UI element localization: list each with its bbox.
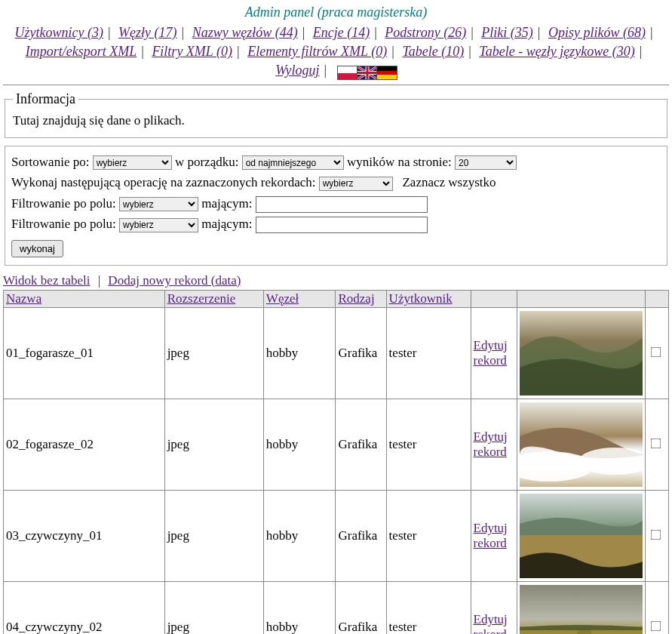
nav-import-export[interactable]: Import/eksport XML [26,44,137,59]
sort-label: Sortowanie po: [11,155,89,169]
cell-rodzaj: Grafika [336,399,386,490]
thumbnail-cell [517,399,646,490]
edit-record-link[interactable]: Edytuj rekord [474,429,508,459]
info-legend: Informacja [13,91,78,107]
nav-files[interactable]: Pliki (35) [481,25,532,40]
page-title: Admin panel (praca magisterska) [3,5,669,20]
filter2-having-label: mającym: [201,217,252,231]
cell-ext: jpeg [164,581,263,634]
nav-tables[interactable]: Tabele (10) [402,44,464,59]
filter-panel: Sortowanie po: wybierz w porządku: od na… [5,146,667,266]
col-header-ext[interactable]: Rozszerzenie [167,291,236,306]
table-row: 01_fogarasze_01jpeghobbyGrafikatesterEdy… [4,307,669,399]
nav-bar: Użytkownicy (3)| Węzły (17)| Nazwy węzłó… [3,23,669,82]
nav-xml-filter-elements[interactable]: Elementy filtrów XML (0) [247,44,387,59]
nav-subpages[interactable]: Podstrony (26) [385,25,466,40]
cell-ext: jpeg [164,307,263,399]
cell-user: tester [386,490,471,581]
col-header-rodzaj[interactable]: Rodzaj [338,291,374,306]
nav-file-descriptions[interactable]: Opisy plików (68) [548,25,646,40]
cell-nazwa: 01_fogarasze_01 [4,307,165,399]
table-row: 03_czywczyny_01jpeghobbyGrafikatesterEdy… [4,490,669,581]
filter2-field-select[interactable]: wybierz [119,218,198,232]
row-checkbox[interactable] [651,347,661,358]
cell-wezel: hobby [263,581,336,634]
col-header-image [517,290,646,307]
table-header-row: Nazwa Rozszerzenie Węzeł Rodzaj Użytkown… [4,290,669,307]
filter2-label: Filtrowanie po polu: [11,217,116,231]
flag-en-icon[interactable] [357,66,378,80]
select-all-label[interactable]: Zaznacz wszystko [402,175,496,189]
operation-label: Wykonaj następującą operację na zaznaczo… [11,175,315,189]
svg-rect-4 [357,72,377,74]
nav-users[interactable]: Użytkownicy (3) [15,25,103,40]
col-header-user[interactable]: Użytkownik [389,291,453,306]
nav-xml-filters[interactable]: Filtry XML (0) [152,44,232,59]
filter1-label: Filtrowanie po polu: [11,196,116,211]
sort-select[interactable]: wybierz [93,155,172,170]
nav-tables-lang[interactable]: Tabele - węzły językowe (30) [479,44,634,59]
filter2-value-input[interactable] [256,217,428,233]
info-box: Informacja Tutaj znajdują się dane o pli… [5,91,667,138]
cell-rodzaj: Grafika [336,307,386,399]
filter1-field-select[interactable]: wybierz [119,197,198,211]
table-row: 04_czywczyny_02jpeghobbyGrafikatesterEdy… [4,581,669,634]
cell-wezel: hobby [263,307,336,399]
nav-logout[interactable]: Wyloguj [275,63,319,78]
cell-nazwa: 02_fogarasze_02 [4,399,165,490]
execute-button[interactable]: wykonaj [11,240,63,257]
nav-nodes[interactable]: Węzły (17) [118,25,176,40]
cell-wezel: hobby [263,399,336,490]
cell-user: tester [386,581,471,634]
perpage-label: wyników na stronie: [347,155,452,169]
cell-user: tester [386,399,471,490]
flag-pl-icon[interactable] [337,66,358,80]
nav-node-names[interactable]: Nazwy węzłów (44) [192,25,298,40]
row-checkbox[interactable] [651,439,661,449]
nav-entities[interactable]: Encje (14) [313,25,370,40]
thumbnail-cell [517,581,646,634]
filter1-value-input[interactable] [256,196,428,213]
info-text: Tutaj znajdują się dane o plikach. [13,113,185,128]
cell-user: tester [386,307,471,399]
flag-de-icon[interactable] [376,66,397,80]
order-label: w porządku: [175,155,239,169]
col-header-edit [471,290,517,307]
filter1-having-label: mającym: [201,196,252,211]
cell-nazwa: 03_czywczyny_01 [4,490,165,581]
cell-nazwa: 04_czywczyny_02 [4,581,165,634]
edit-record-link[interactable]: Edytuj rekord [474,612,508,634]
no-table-view-link[interactable]: Widok bez tabeli [3,273,90,288]
thumbnail-cell [517,490,646,581]
row-checkbox[interactable] [651,621,661,632]
edit-record-link[interactable]: Edytuj rekord [474,338,508,368]
data-table: Nazwa Rozszerzenie Węzeł Rodzaj Użytkown… [3,290,669,634]
operation-select[interactable]: wybierz [319,177,393,191]
order-select[interactable]: od najmniejszego [242,155,344,170]
edit-record-link[interactable]: Edytuj rekord [474,521,508,550]
thumbnail-cell [517,307,646,399]
cell-wezel: hobby [263,490,336,581]
cell-ext: jpeg [164,490,263,581]
perpage-select[interactable]: 20 [455,155,517,170]
col-header-nazwa[interactable]: Nazwa [6,291,41,306]
table-row: 02_fogarasze_02jpeghobbyGrafikatesterEdy… [4,399,669,490]
col-header-wezel[interactable]: Węzeł [266,291,299,306]
row-checkbox[interactable] [651,530,661,540]
cell-rodzaj: Grafika [336,581,386,634]
table-actions: Widok bez tabeli | Dodaj nowy rekord (da… [3,273,669,288]
cell-ext: jpeg [164,399,263,490]
divider [3,85,669,85]
col-header-check [646,290,669,307]
add-record-link[interactable]: Dodaj nowy rekord (data) [108,273,241,288]
cell-rodzaj: Grafika [336,490,386,581]
